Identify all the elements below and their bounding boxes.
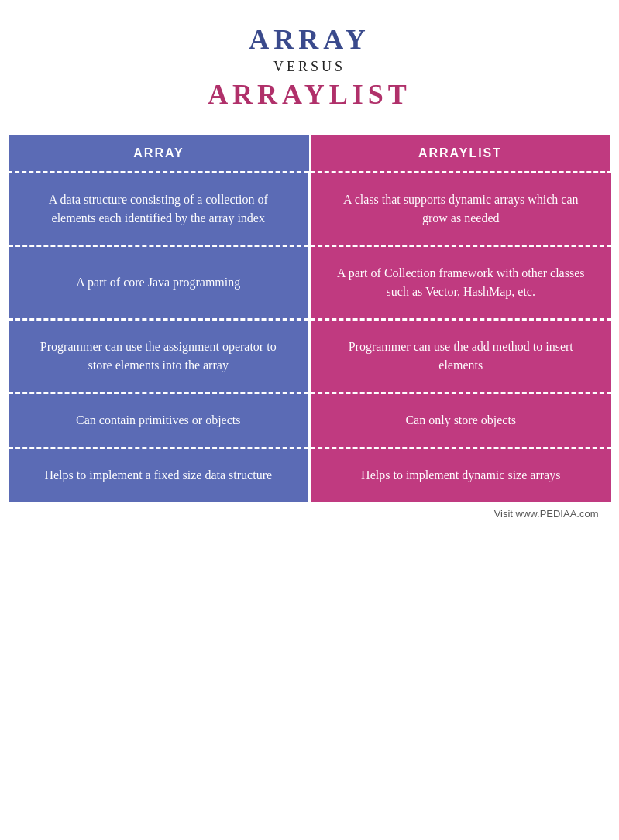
column-header-arraylist: ARRAYLIST bbox=[310, 135, 611, 173]
table-row-array-2: Programmer can use the assignment operat… bbox=[9, 320, 310, 393]
title-arraylist: ARRAYLIST bbox=[208, 78, 411, 111]
table-row-arraylist-0: A class that supports dynamic arrays whi… bbox=[310, 173, 611, 246]
title-array: ARRAY bbox=[208, 23, 411, 56]
title-versus: VERSUS bbox=[208, 59, 411, 75]
table-row-array-0: A data structure consisting of a collect… bbox=[9, 173, 310, 246]
table-row-array-1: A part of core Java programming bbox=[9, 246, 310, 320]
footer-text: Visit www.PEDIAA.com bbox=[9, 502, 611, 526]
table-row-array-4: Helps to implement a fixed size data str… bbox=[9, 448, 310, 502]
comparison-table: ARRAY ARRAYLIST A data structure consist… bbox=[8, 134, 612, 526]
column-header-array: ARRAY bbox=[9, 135, 310, 173]
header: ARRAY VERSUS ARRAYLIST bbox=[192, 0, 427, 126]
table-row-arraylist-2: Programmer can use the add method to ins… bbox=[310, 320, 611, 393]
table-row-arraylist-4: Helps to implement dynamic size arrays bbox=[310, 448, 611, 502]
table-row-array-3: Can contain primitives or objects bbox=[9, 393, 310, 448]
table-row-arraylist-3: Can only store objects bbox=[310, 393, 611, 448]
table-row-arraylist-1: A part of Collection framework with othe… bbox=[310, 246, 611, 320]
